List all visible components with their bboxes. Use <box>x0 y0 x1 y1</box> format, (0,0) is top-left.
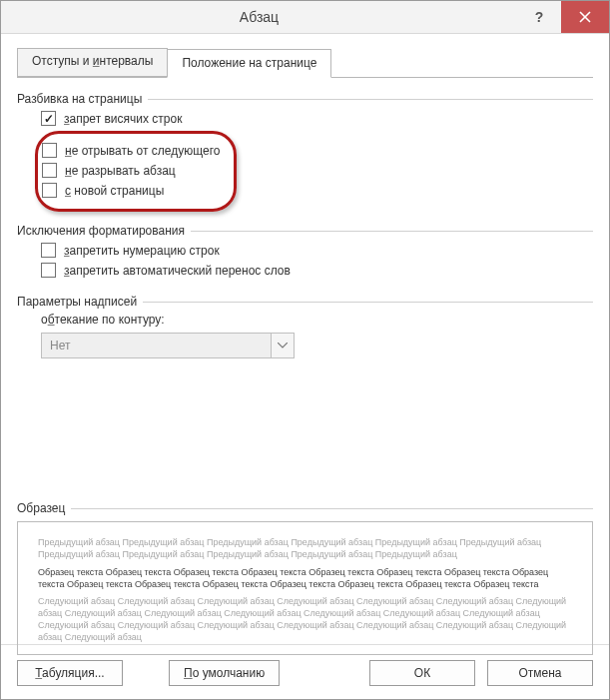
checkbox-keep-lines-together[interactable]: не разрывать абзац <box>42 163 220 178</box>
preview-sample: Образец текста Образец текста Образец те… <box>38 566 572 590</box>
checkbox-icon <box>42 163 57 178</box>
tab-strip: Отступы и интервалы Положение на страниц… <box>17 48 593 78</box>
group-formatting-exceptions: Исключения форматирования запретить нуме… <box>17 224 593 283</box>
close-button[interactable] <box>561 1 609 33</box>
annotation-highlight: не отрывать от следующего не разрывать а… <box>35 131 237 212</box>
cancel-button[interactable]: Отмена <box>487 660 593 686</box>
dialog-body: Отступы и интервалы Положение на страниц… <box>1 34 609 644</box>
checkbox-icon <box>42 143 57 158</box>
ok-button[interactable]: ОК <box>369 660 475 686</box>
close-icon <box>579 11 591 23</box>
tab-indents[interactable]: Отступы и интервалы <box>17 48 168 77</box>
preview-previous: Предыдущий абзац Предыдущий абзац Предыд… <box>38 536 572 560</box>
checkbox-label: не разрывать абзац <box>65 164 176 178</box>
group-title: Параметры надписей <box>17 295 137 309</box>
dialog-title: Абзац <box>1 9 517 25</box>
checkbox-widow-control[interactable]: запрет висячих строк <box>41 111 593 126</box>
group-title: Разбивка на страницы <box>17 92 142 106</box>
checkbox-icon <box>41 263 56 278</box>
checkbox-icon <box>42 183 57 198</box>
help-button[interactable]: ? <box>517 1 561 33</box>
checkbox-label: не отрывать от следующего <box>65 144 220 158</box>
divider <box>191 231 593 232</box>
dropdown-value: Нет <box>42 339 271 352</box>
group-title: Образец <box>17 501 65 515</box>
set-default-button[interactable]: По умолчанию <box>169 660 280 686</box>
chevron-down-icon <box>271 334 294 357</box>
checkbox-label: запретить нумерацию строк <box>64 244 220 258</box>
preview-next: Следующий абзац Следующий абзац Следующи… <box>38 595 572 644</box>
checkbox-suppress-line-numbers[interactable]: запретить нумерацию строк <box>41 243 593 258</box>
tabs-button[interactable]: Табуляция... <box>17 660 123 686</box>
preview-box: Предыдущий абзац Предыдущий абзац Предыд… <box>17 521 593 655</box>
divider <box>71 508 593 509</box>
checkbox-icon <box>41 243 56 258</box>
checkbox-no-hyphenation[interactable]: запретить автоматический перенос слов <box>41 263 593 278</box>
group-title: Исключения форматирования <box>17 224 185 238</box>
wrap-label: обтекание по контуру: <box>41 313 593 327</box>
checkbox-label: с новой страницы <box>65 184 164 198</box>
tab-page-position[interactable]: Положение на странице <box>167 49 331 78</box>
wrap-dropdown[interactable]: Нет <box>41 333 295 358</box>
divider <box>143 302 593 303</box>
group-textbox-options: Параметры надписей обтекание по контуру:… <box>17 295 593 358</box>
checkbox-label: запрет висячих строк <box>64 112 182 126</box>
group-pagination: Разбивка на страницы запрет висячих стро… <box>17 92 593 212</box>
titlebar: Абзац ? <box>1 1 609 34</box>
divider <box>148 99 593 100</box>
checkbox-icon <box>41 111 56 126</box>
checkbox-label: запретить автоматический перенос слов <box>64 264 291 278</box>
checkbox-page-break-before[interactable]: с новой страницы <box>42 183 220 198</box>
checkbox-keep-with-next[interactable]: не отрывать от следующего <box>42 143 220 158</box>
group-preview: Образец Предыдущий абзац Предыдущий абза… <box>17 501 593 632</box>
